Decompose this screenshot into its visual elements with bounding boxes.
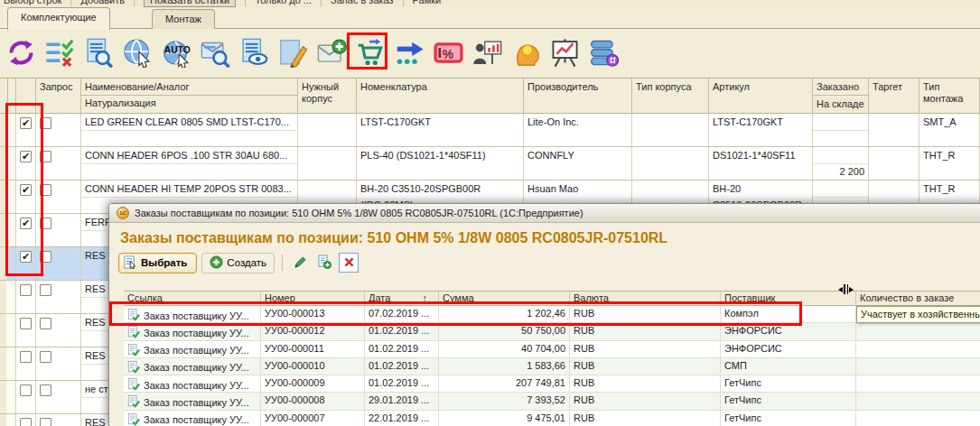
order-row[interactable]: Заказ поставщику УУ...УУ00-00001307.02.2… [124,306,980,323]
tab-montage[interactable]: Монтаж [152,9,215,29]
checklist-icon[interactable] [42,32,77,72]
order-row[interactable]: Заказ поставщику УУ...УУ00-00001201.02.2… [124,323,980,340]
orders-column-header[interactable]: Поставщик [721,292,856,306]
zapros-checkbox[interactable] [40,384,51,396]
table-row[interactable]: ✔CONN HEADER 6POS .100 STR 30AU 680...PL… [0,147,980,181]
column-header-target[interactable]: Таргет [869,79,919,114]
row-checkbox[interactable]: ✔ [20,218,32,229]
top-toolbar-item[interactable]: Выбор строк [4,0,61,5]
column-header-casetype[interactable]: Тип корпуса [632,79,709,114]
top-toolbar-item[interactable]: Запас в заказ [331,0,394,5]
add-mail-icon[interactable] [314,32,349,72]
order-cell-supplier: Компэл [721,306,856,322]
column-header-name[interactable]: Наименование/АналогНатурализация [81,79,298,114]
orders-column-header[interactable]: Количество в заказе [856,292,980,306]
cell-manuf: Lite-On Inc. [524,114,632,146]
row-checkbox[interactable]: ✔ [20,151,32,162]
row-checkbox[interactable] [20,318,32,329]
order-cell-date: 29.01.2019 ... [365,393,439,409]
search-mail-icon[interactable] [198,32,232,72]
dialog-titlebar[interactable]: 1С Заказы поставщикам по позиции: 510 OH… [109,204,980,223]
orders-column-header[interactable]: Дата↑ [365,292,439,306]
tooltip: Участвует в хозяйственны [856,306,980,323]
cell-zapros [36,314,81,347]
svg-text:%: % [442,47,453,60]
cell-ind [6,381,16,413]
row-checkbox[interactable] [20,418,32,426]
row-checkbox[interactable]: ✔ [20,251,32,263]
globe-select-icon[interactable] [120,32,154,72]
idea-icon[interactable] [509,32,543,72]
orders-column-header[interactable]: Сумма [439,292,570,306]
order-cell-num: УУ00-000011 [261,341,365,357]
cell-ind [6,314,16,347]
view-document-icon[interactable] [237,32,271,72]
delete-button[interactable] [339,253,359,273]
edit-document-icon[interactable] [275,32,310,72]
orders-column-header[interactable]: Валюта [570,292,721,306]
table-row[interactable]: ✔LED GREEN CLEAR 0805 SMD LTST-C170...LT… [0,114,980,147]
row-checkbox[interactable] [20,384,32,396]
zapros-checkbox[interactable] [40,117,51,129]
order-cell-num: УУ00-000007 [261,411,365,426]
price-tag-icon[interactable]: % [431,32,465,72]
create-button[interactable]: Создать [201,253,275,273]
column-header-ind[interactable] [6,79,16,114]
cell-check [16,314,36,347]
presentation-icon[interactable] [470,32,504,72]
top-toolbar-item[interactable]: Добавить [80,0,125,5]
orders-column-header[interactable]: Номер [261,292,365,306]
zapros-checkbox[interactable] [40,251,51,263]
transfer-arrow-icon[interactable] [392,32,426,72]
zapros-checkbox[interactable] [40,284,51,296]
top-toolbar-item[interactable]: Рамки [413,0,442,5]
order-row[interactable]: Заказ поставщику УУ...УУ00-00001101.02.2… [124,341,980,358]
top-toolbar-item[interactable]: Только до ... [255,0,312,5]
search-document-icon[interactable] [81,32,116,72]
order-row[interactable]: Заказ поставщику УУ...УУ00-00000901.02.2… [124,375,980,393]
tab-components[interactable]: Комплектующие [7,7,110,30]
toolbar-separator [282,255,283,271]
row-checkbox[interactable]: ✔ [20,184,32,196]
column-header-nomen[interactable]: Номенклатура [357,79,524,114]
order-cell-qty [856,323,980,339]
top-toolbar-item[interactable]: Показать остатки [144,0,236,7]
column-header-mount[interactable]: Тип монтажа [919,79,980,114]
order-row[interactable]: Заказ поставщику УУ...УУ00-00001001.02.2… [124,358,980,375]
cart-icon[interactable] [353,32,387,72]
components-table-header: ЗапросНаименование/АналогНатурализацияНу… [0,79,980,114]
cell-casetype [632,147,709,180]
sort-ascending-icon: ↑ [423,292,428,303]
select-button[interactable]: Выбрать [118,253,197,273]
chart-board-icon[interactable] [547,32,582,72]
column-header-case[interactable]: Нужный корпус [298,79,357,114]
edit-pencil-button[interactable] [290,253,310,273]
zapros-checkbox[interactable] [40,418,51,426]
refresh-icon[interactable] [4,32,38,72]
column-header-check[interactable] [16,79,36,114]
column-header-ordered[interactable]: ЗаказаноНа складе [813,79,869,114]
copy-document-button[interactable] [314,253,334,273]
row-checkbox[interactable]: ✔ [20,117,32,129]
globe-auto-icon[interactable]: AUTO [159,32,193,72]
orders-column-header[interactable]: Ссылка [124,292,261,306]
column-header-artikul[interactable]: Артикул [709,79,813,114]
zapros-checkbox[interactable] [40,318,51,329]
zapros-checkbox[interactable] [40,184,51,196]
column-header-zapros[interactable]: Запрос [36,79,81,114]
select-cursor-icon [124,255,137,271]
zapros-checkbox[interactable] [40,218,51,229]
row-checkbox[interactable] [20,351,32,363]
order-row[interactable]: Заказ поставщику УУ...УУ00-00000829.01.2… [124,393,980,410]
row-checkbox[interactable] [20,284,32,296]
order-cell-date: 07.02.2019 ... [365,306,439,322]
top-toolbar-separator [245,0,246,6]
column-header-manuf[interactable]: Производитель [524,79,632,114]
zapros-checkbox[interactable] [40,351,51,363]
database-icon[interactable] [586,32,621,72]
zapros-checkbox[interactable] [40,151,51,162]
order-cell-link: Заказ поставщику УУ... [124,323,261,339]
cell-check [16,381,36,413]
dialog-heading: Заказы поставщикам по позиции: 510 OHM 5… [120,230,980,246]
order-row[interactable]: Заказ поставщику УУ...УУ00-00000722.01.2… [124,411,980,426]
